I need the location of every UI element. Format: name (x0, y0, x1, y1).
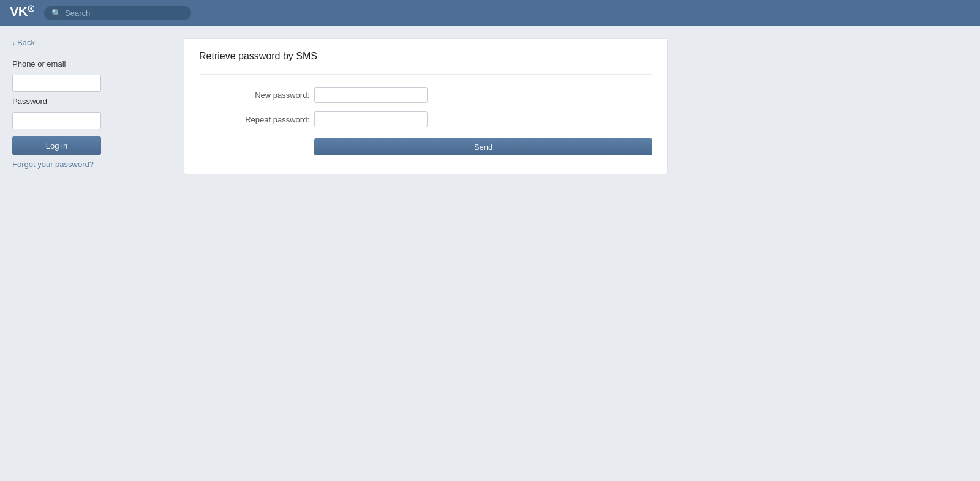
back-link[interactable]: ‹ Back (12, 38, 159, 47)
new-password-input[interactable] (314, 87, 428, 103)
back-label: Back (17, 38, 35, 47)
retrieve-form: New password: Repeat password: Send (199, 87, 652, 155)
repeat-password-label: Repeat password: (224, 115, 309, 124)
logo: VK (10, 4, 34, 22)
login-button[interactable]: Log in (12, 136, 101, 155)
retrieve-title: Retrieve password by SMS (199, 51, 652, 62)
password-label: Password (12, 97, 159, 106)
footer: VK © 2006–2019 About VK Terms Developers… (0, 469, 980, 481)
search-input[interactable] (65, 9, 175, 18)
repeat-password-row: Repeat password: (224, 111, 652, 127)
send-button[interactable]: Send (314, 138, 652, 155)
new-password-row: New password: (224, 87, 652, 103)
login-form: Phone or email Password Log in Forgot yo… (12, 59, 159, 169)
new-password-label: New password: (224, 91, 309, 100)
retrieve-divider (199, 74, 652, 75)
search-bar[interactable]: 🔍 (44, 6, 191, 20)
header: VK 🔍 (0, 0, 980, 26)
sidebar: ‹ Back Phone or email Password Log in Fo… (0, 38, 172, 444)
vk-logo-icon: VK (10, 4, 34, 18)
logo-text: VK (10, 4, 34, 22)
phone-input[interactable] (12, 75, 101, 92)
back-arrow-icon: ‹ (12, 39, 15, 47)
retrieve-panel: Retrieve password by SMS New password: R… (184, 38, 668, 174)
search-icon: 🔍 (51, 9, 61, 18)
phone-label: Phone or email (12, 59, 159, 69)
svg-point-2 (30, 7, 32, 10)
main-content: ‹ Back Phone or email Password Log in Fo… (0, 26, 980, 444)
svg-text:VK: VK (10, 4, 28, 18)
repeat-password-input[interactable] (314, 111, 428, 127)
forgot-password-link[interactable]: Forgot your password? (12, 160, 159, 169)
password-input[interactable] (12, 112, 101, 129)
